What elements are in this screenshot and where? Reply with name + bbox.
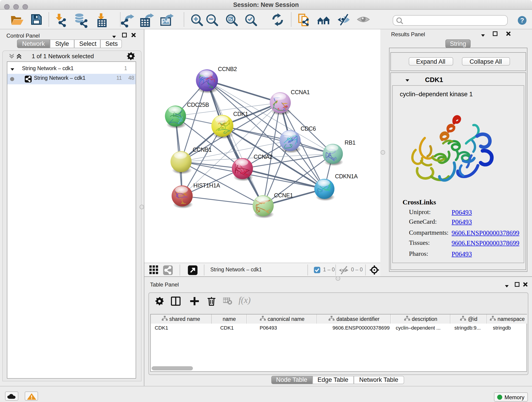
- svg-text:CDC6: CDC6: [301, 125, 316, 132]
- svg-text:CCNB2: CCNB2: [218, 66, 237, 72]
- svg-text:CDC25B: CDC25B: [187, 102, 209, 108]
- svg-text:RB1: RB1: [345, 139, 355, 146]
- svg-text:HIST1H1A: HIST1H1A: [193, 182, 220, 189]
- svg-text:CCNE1: CCNE1: [274, 192, 293, 198]
- svg-text:CCNB1: CCNB1: [193, 147, 212, 153]
- svg-text:CCNA1: CCNA1: [291, 89, 310, 95]
- svg-text:CDKN1A: CDKN1A: [335, 173, 358, 179]
- svg-text:CDK1: CDK1: [233, 111, 248, 117]
- svg-text:CCNA2: CCNA2: [254, 153, 273, 160]
